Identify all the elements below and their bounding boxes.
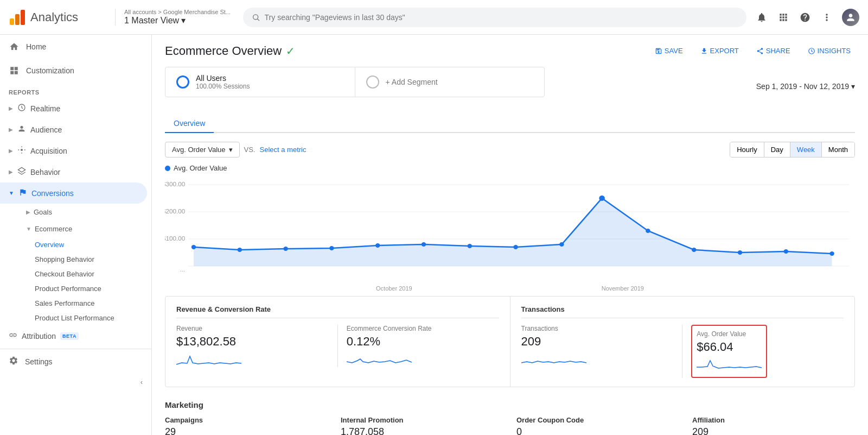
insights-button[interactable]: INSIGHTS [803, 43, 855, 58]
conversion-sparkline [347, 351, 499, 367]
segment-name: All Users [196, 74, 250, 83]
sidebar-item-sales-performance[interactable]: Sales Performance [26, 296, 151, 311]
revenue-value: $13,802.58 [176, 335, 329, 349]
user-avatar[interactable] [842, 9, 859, 26]
svg-rect-0 [10, 18, 14, 25]
sidebar-item-checkout-behavior[interactable]: Checkout Behavior [26, 267, 151, 281]
date-range-selector[interactable]: Sep 1, 2019 - Nov 12, 2019 ▾ [756, 82, 855, 91]
sidebar-item-home[interactable]: Home [0, 35, 151, 59]
svg-text:$300.00: $300.00 [165, 181, 185, 187]
data-point [784, 249, 788, 254]
save-icon [655, 47, 662, 55]
main-layout: Home Customization REPORTS ▶ Realtime ▶ … [0, 35, 868, 435]
sidebar-item-attribution[interactable]: Attribution BETA [0, 325, 151, 346]
sidebar-item-acquisition-label: Acquisition [30, 147, 67, 155]
transactions-sparkline [521, 351, 674, 367]
revenue-sparkline [176, 351, 329, 367]
reports-label: REPORTS [0, 83, 151, 98]
revenue-group-title: Revenue & Conversion Rate [176, 305, 499, 318]
metric-dropdown[interactable]: Avg. Order Value ▾ [165, 142, 240, 157]
transactions-label: Transactions [521, 325, 674, 332]
time-btn-month[interactable]: Month [822, 142, 854, 157]
sidebar-item-product-list-performance[interactable]: Product List Performance [26, 311, 151, 325]
select-metric-link[interactable]: Select a metric [259, 146, 306, 154]
search-icon [252, 13, 260, 22]
marketing-affiliation: Affiliation 209 Transactions $13,802.58 … [692, 416, 855, 435]
marketing-row: Campaigns 29 Transactions $1,306.59 Reve… [165, 416, 855, 435]
share-button[interactable]: SHARE [752, 43, 795, 58]
time-btn-day[interactable]: Day [764, 142, 790, 157]
campaigns-value: 29 [165, 426, 328, 435]
time-btn-hourly[interactable]: Hourly [730, 142, 764, 157]
sidebar: Home Customization REPORTS ▶ Realtime ▶ … [0, 35, 152, 435]
sidebar-collapse-button[interactable]: ‹ [0, 374, 151, 390]
conversion-rate-stat: Ecommerce Conversion Rate 0.12% [337, 325, 499, 367]
avg-order-label: Avg. Order Value [697, 330, 762, 338]
page-title-area: Ecommerce Overview ✓ [165, 44, 295, 58]
conversions-arrow-icon: ▼ [9, 190, 14, 196]
sidebar-item-shopping-behavior[interactable]: Shopping Behavior [26, 252, 151, 267]
verified-icon: ✓ [286, 45, 295, 58]
apps-icon[interactable] [777, 11, 790, 24]
sidebar-item-acquisition[interactable]: ▶ Acquisition [0, 140, 151, 161]
page-title: Ecommerce Overview [165, 44, 282, 58]
save-button[interactable]: SAVE [650, 43, 687, 58]
account-selector[interactable]: All accounts > Google Merchandise St... … [115, 9, 234, 26]
sidebar-item-goals[interactable]: ▶ Goals [17, 204, 151, 220]
logo-area: Analytics [9, 9, 106, 26]
sidebar-item-overview[interactable]: Overview [26, 237, 151, 252]
revenue-label: Revenue [176, 325, 329, 332]
realtime-arrow-icon: ▶ [9, 105, 13, 111]
data-point [513, 245, 518, 249]
sidebar-item-behavior[interactable]: ▶ Behavior [0, 161, 151, 182]
export-label: EXPORT [710, 47, 739, 55]
segment-info: All Users 100.00% Sessions [196, 74, 250, 90]
save-label: SAVE [665, 47, 683, 55]
data-point [238, 248, 242, 252]
sidebar-item-realtime[interactable]: ▶ Realtime [0, 98, 151, 119]
data-point [375, 243, 380, 248]
help-icon[interactable] [799, 11, 812, 24]
download-icon [700, 47, 708, 55]
sidebar-item-customization[interactable]: Customization [0, 59, 151, 83]
transactions-group: Transactions Transactions 209 [510, 297, 855, 387]
export-button[interactable]: EXPORT [696, 43, 743, 58]
avg-order-sparkline [697, 356, 762, 373]
add-segment-label: + Add Segment [386, 78, 438, 86]
beta-badge: BETA [60, 332, 79, 340]
data-point [738, 250, 742, 255]
transactions-group-title: Transactions [521, 305, 844, 318]
home-icon [9, 41, 20, 52]
app-title: Analytics [30, 10, 78, 24]
settings-label: Settings [25, 357, 53, 366]
sidebar-item-ecommerce[interactable]: ▼ Ecommerce [17, 220, 151, 237]
sidebar-item-product-performance[interactable]: Product Performance [26, 281, 151, 296]
ecommerce-arrow-icon: ▼ [26, 226, 31, 232]
legend-dot [165, 166, 170, 171]
marketing-campaigns: Campaigns 29 Transactions $1,306.59 Reve… [165, 416, 328, 435]
notification-icon[interactable] [755, 11, 768, 24]
chart-x-oct: October 2019 [376, 285, 412, 292]
conversion-rate-value: 0.12% [347, 335, 499, 349]
time-btn-week[interactable]: Week [790, 142, 822, 157]
tab-overview[interactable]: Overview [165, 115, 214, 133]
search-bar[interactable] [243, 8, 746, 27]
page-header: Ecommerce Overview ✓ SAVE EXPORT SHARE [165, 43, 855, 58]
sidebar-item-audience[interactable]: ▶ Audience [0, 119, 151, 140]
sidebar-item-conversions[interactable]: ▼ Conversions [0, 182, 147, 204]
more-options-icon[interactable] [820, 11, 833, 24]
acquisition-arrow-icon: ▶ [9, 148, 13, 154]
sidebar-item-home-label: Home [26, 42, 46, 51]
chart-x-labels: October 2019 November 2019 [165, 285, 855, 296]
search-input[interactable] [265, 13, 738, 22]
add-segment-button[interactable]: + Add Segment [355, 67, 545, 97]
account-path: All accounts > Google Merchandise St... [124, 9, 234, 15]
stats-row: Revenue & Conversion Rate Revenue $13,80… [165, 296, 855, 387]
attribution-label: Attribution [22, 332, 56, 341]
attribution-icon [9, 331, 17, 341]
sidebar-item-settings[interactable]: Settings [0, 349, 151, 374]
data-point [422, 242, 426, 247]
data-point [468, 244, 472, 248]
account-name[interactable]: 1 Master View ▾ [124, 15, 234, 26]
all-users-segment[interactable]: All Users 100.00% Sessions [165, 67, 355, 97]
